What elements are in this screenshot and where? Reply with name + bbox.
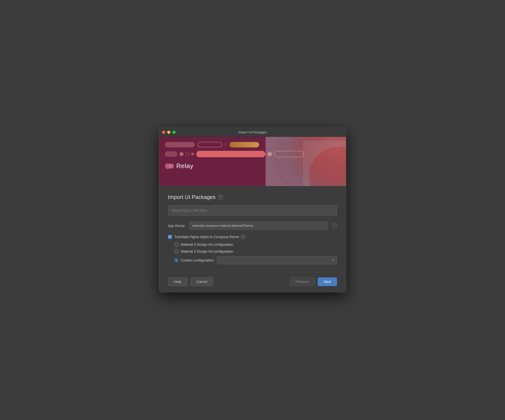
banner-slash: / bbox=[225, 142, 227, 147]
radio-custom: Custom configuration: ▼ bbox=[174, 256, 337, 264]
cancel-button[interactable]: Cancel bbox=[190, 277, 214, 286]
close-button[interactable] bbox=[162, 131, 165, 134]
radio-options: Material 3 Design Kit configuration Mate… bbox=[174, 243, 337, 264]
relay-logo-icon bbox=[165, 163, 174, 170]
radio-dot-custom bbox=[176, 260, 177, 261]
translate-checkbox[interactable]: ✓ bbox=[168, 235, 172, 239]
page-help-icon[interactable]: ? bbox=[218, 195, 223, 200]
banner-pill-outline-2 bbox=[274, 151, 304, 157]
minimize-button[interactable] bbox=[167, 131, 170, 134]
app-theme-input[interactable] bbox=[189, 222, 328, 230]
radio-btn-custom[interactable] bbox=[174, 258, 178, 262]
banner-diamond-2 bbox=[267, 151, 273, 157]
url-input[interactable] bbox=[168, 205, 337, 216]
title-bar: Import UI Packages bbox=[159, 128, 346, 137]
radio-label-material3: Material 3 Design Kit configuration bbox=[181, 243, 233, 246]
translate-checkbox-row: ✓ Translate Figma styles to Compose them… bbox=[168, 235, 337, 239]
banner-row-1: / bbox=[165, 142, 340, 147]
translate-label: Translate Figma styles to Compose theme … bbox=[174, 235, 245, 239]
app-theme-row: App theme: ? bbox=[168, 222, 337, 230]
main-content: Import UI Packages ? App theme: ? ✓ Tr bbox=[159, 186, 346, 272]
relay-logo: Relay bbox=[165, 162, 340, 170]
previous-button[interactable]: Previous bbox=[289, 277, 315, 286]
banner-brackets: [ ] bbox=[186, 152, 189, 156]
window: Import UI Packages bbox=[159, 128, 346, 292]
radio-btn-material2[interactable] bbox=[174, 249, 178, 253]
banner-pill-gradient bbox=[230, 142, 259, 147]
banner-pill-pink bbox=[196, 151, 265, 157]
banner-diamond-1 bbox=[179, 152, 184, 157]
radio-material2[interactable]: Material 2 Design Kit configuration bbox=[174, 249, 337, 253]
banner-pill-outline-1 bbox=[198, 142, 222, 147]
maximize-button[interactable] bbox=[172, 131, 176, 134]
radio-material3[interactable]: Material 3 Design Kit configuration bbox=[174, 243, 337, 246]
banner-square bbox=[191, 153, 194, 155]
traffic-lights bbox=[162, 131, 176, 134]
page-title: Import UI Packages bbox=[168, 194, 216, 200]
banner-decorations: / [ ] Relay bbox=[165, 142, 340, 170]
window-title: Import UI Packages bbox=[238, 130, 267, 134]
custom-config-dropdown[interactable]: ▼ bbox=[217, 256, 337, 264]
footer-right: Previous Next bbox=[289, 277, 337, 286]
footer: Help Cancel Previous Next bbox=[159, 272, 346, 292]
next-button[interactable]: Next bbox=[318, 277, 337, 286]
radio-label-material2: Material 2 Design Kit configuration bbox=[181, 249, 233, 253]
banner-pill-sm bbox=[165, 151, 177, 157]
header-banner: / [ ] Relay bbox=[159, 137, 346, 186]
app-theme-label: App theme: bbox=[168, 224, 186, 228]
help-button[interactable]: Help bbox=[168, 277, 187, 286]
footer-left: Help Cancel bbox=[168, 277, 213, 286]
dropdown-arrow-icon: ▼ bbox=[332, 259, 334, 262]
radio-label-custom: Custom configuration: bbox=[181, 258, 214, 262]
check-mark: ✓ bbox=[169, 236, 171, 238]
banner-row-2: [ ] bbox=[165, 151, 340, 157]
app-theme-help-icon[interactable]: ? bbox=[332, 223, 337, 228]
relay-logo-text: Relay bbox=[176, 162, 193, 170]
options-section: ✓ Translate Figma styles to Compose them… bbox=[168, 235, 337, 264]
radio-btn-material3[interactable] bbox=[174, 243, 178, 246]
banner-pill-1 bbox=[165, 142, 195, 147]
translate-help-icon[interactable]: ? bbox=[241, 235, 245, 239]
page-title-row: Import UI Packages ? bbox=[168, 194, 337, 200]
svg-point-3 bbox=[169, 164, 174, 169]
